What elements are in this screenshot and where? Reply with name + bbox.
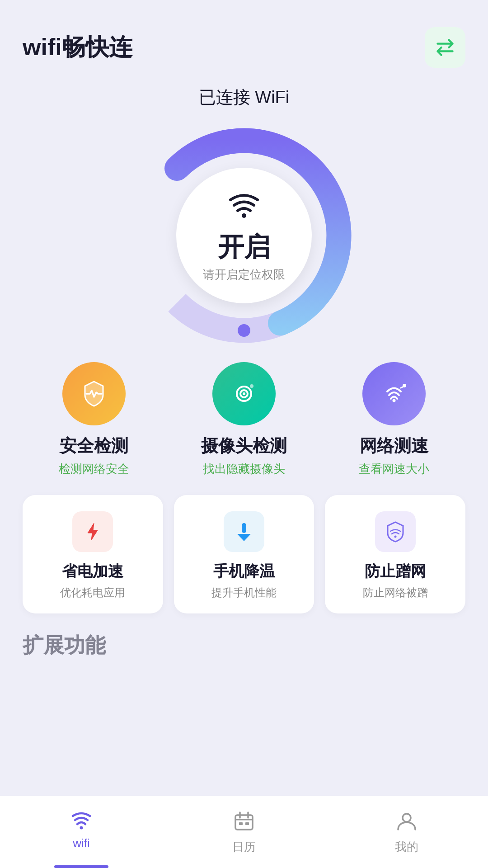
svg-point-6 [243,392,245,395]
svg-point-7 [250,384,253,388]
camera-check-subtitle: 找出隐藏摄像头 [203,461,285,477]
anti-share-icon-bg [375,511,416,552]
nav-active-indicator [54,865,108,868]
power-save-title: 省电加速 [62,561,123,582]
svg-point-2 [238,324,250,337]
svg-rect-10 [242,523,246,533]
feature-card-power-save[interactable]: 省电加速 优化耗电应用 [23,495,163,613]
cooling-arrow-icon [233,520,255,543]
nav-wifi-label: wifi [73,836,90,850]
feature-camera-check[interactable]: 摄像头检测 找出隐藏摄像头 [201,362,287,477]
transfer-button[interactable] [425,27,465,68]
svg-point-11 [394,536,396,538]
header: wifi畅快连 [0,0,488,77]
speed-test-subtitle: 查看网速大小 [359,461,429,477]
donut-main-label: 开启 [218,230,270,265]
svg-point-19 [403,814,411,822]
speed-test-title: 网络测速 [360,434,428,458]
cooling-icon-bg [224,511,264,552]
nav-calendar-icon [233,810,255,835]
nav-item-calendar[interactable]: 日历 [163,805,325,855]
anti-share-title: 防止蹭网 [365,561,426,582]
svg-point-12 [80,826,83,830]
camera-check-icon-bg [212,362,276,425]
power-save-subtitle: 优化耗电应用 [60,585,125,600]
donut-chart[interactable]: 开启 请开启定位权限 [131,123,357,349]
wifi-center-icon [226,189,262,225]
svg-rect-13 [235,815,253,830]
top-features-row: 安全检测 检测网络安全 摄像头检测 找出隐藏摄像头 [23,362,465,477]
feature-card-cooling[interactable]: 手机降温 提升手机性能 [174,495,314,613]
shield-pulse-icon [78,378,110,410]
svg-point-8 [393,399,396,402]
nav-profile-icon [395,810,418,835]
app-title: wifi畅快连 [23,32,132,63]
nav-calendar-label: 日历 [232,839,256,855]
svg-rect-18 [245,822,249,825]
camera-check-title: 摄像头检测 [201,434,287,458]
nav-item-profile[interactable]: 我的 [325,805,488,855]
bottom-features-row: 省电加速 优化耗电应用 手机降温 提升手机性能 [23,495,465,613]
speed-test-icon-bg [362,362,426,425]
power-save-icon-bg [72,511,113,552]
features-section: 安全检测 检测网络安全 摄像头检测 找出隐藏摄像头 [0,349,488,613]
cooling-title: 手机降温 [213,561,275,582]
svg-rect-17 [239,822,243,825]
feature-security-check[interactable]: 安全检测 检测网络安全 [59,362,129,477]
feature-card-anti-share[interactable]: 防止蹭网 防止网络被蹭 [325,495,465,613]
shield-wifi-icon [384,520,407,543]
more-section: 扩展功能 [0,627,488,664]
bolt-icon [81,520,104,543]
donut-sub-label: 请开启定位权限 [203,267,285,283]
speedometer-wifi-icon [378,378,410,410]
nav-wifi-icon [70,810,93,833]
transfer-icon [434,36,456,59]
more-section-title: 扩展功能 [23,632,465,660]
cooling-subtitle: 提升手机性能 [211,585,277,600]
wifi-status-text: 已连接 WiFi [0,86,488,109]
svg-point-3 [242,213,246,218]
nav-profile-label: 我的 [395,839,418,855]
donut-inner-circle[interactable]: 开启 请开启定位权限 [176,168,312,303]
security-check-title: 安全检测 [60,434,128,458]
svg-point-9 [403,384,406,387]
anti-share-subtitle: 防止网络被蹭 [363,585,428,600]
security-check-subtitle: 检测网络安全 [59,461,129,477]
security-check-icon-bg [62,362,126,425]
feature-speed-test[interactable]: 网络测速 查看网速大小 [359,362,429,477]
bottom-navigation: wifi 日历 我的 [0,796,488,868]
nav-item-wifi[interactable]: wifi [0,805,163,850]
camera-scan-icon [228,378,260,410]
